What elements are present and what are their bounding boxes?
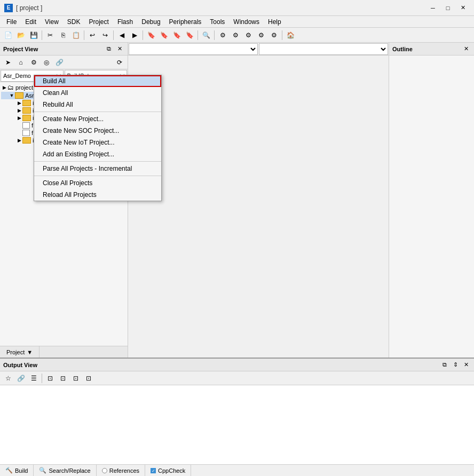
toolbar-btn4[interactable]: ⚙ — [255, 29, 267, 41]
output-close-button[interactable]: ✕ — [461, 360, 471, 370]
tab-search-replace[interactable]: 🔍 Search/Replace — [34, 465, 96, 476]
menu-tools[interactable]: Tools — [206, 17, 229, 27]
toolbar-forward[interactable]: ▶ — [129, 29, 140, 41]
folder-icon-sub1 — [22, 100, 31, 106]
panel-toolbar-settings[interactable]: ⚙ — [28, 57, 40, 68]
folder-icon-asr — [15, 92, 23, 99]
toolbar-sep2 — [84, 30, 84, 40]
menu-sdk[interactable]: SDK — [63, 17, 85, 27]
toolbar-redo[interactable]: ↪ — [99, 29, 111, 41]
menu-windows[interactable]: Windows — [229, 17, 264, 27]
project-icon: 🗂 — [7, 84, 14, 91]
tree-arrow-sub2: ▶ — [16, 107, 22, 114]
toolbar-btn2[interactable]: ⚙ — [230, 29, 241, 41]
context-menu-reload-all[interactable]: Reload All Projects — [34, 189, 161, 201]
output-btn4[interactable]: ⊡ — [83, 372, 94, 384]
tree-label-sub5: f — [31, 130, 33, 136]
toolbar-sep7 — [282, 30, 282, 40]
editor-select-right[interactable] — [259, 43, 388, 55]
context-menu-create-new[interactable]: Create New Project... — [34, 113, 161, 125]
context-menu-close-all[interactable]: Close All Projects — [34, 177, 161, 189]
minimize-button[interactable]: ─ — [426, 3, 440, 13]
project-tab-item[interactable]: Project ▼ — [0, 346, 40, 358]
editor-main-area — [128, 55, 389, 358]
toolbar-btn3[interactable]: ⚙ — [242, 29, 254, 41]
editor-select-left[interactable] — [129, 43, 258, 55]
output-btn1[interactable]: ⊡ — [44, 372, 56, 384]
toolbar-open[interactable]: 📂 — [15, 29, 27, 41]
menu-peripherals[interactable]: Peripherals — [165, 17, 206, 27]
output-btn3[interactable]: ⊡ — [70, 372, 82, 384]
output-header-icons: ⧉ ⇕ ✕ — [440, 360, 471, 370]
outline-title: Outline — [392, 46, 413, 52]
menu-help[interactable]: Help — [264, 17, 286, 27]
menu-edit[interactable]: Edit — [21, 17, 41, 27]
toolbar-save[interactable]: 💾 — [28, 29, 40, 41]
panel-toolbar: ➤ ⌂ ⚙ ◎ 🔗 ⟳ — [0, 55, 128, 69]
search-icon: 🔍 — [39, 467, 46, 474]
menu-project[interactable]: Project — [85, 17, 113, 27]
menu-flash[interactable]: Flash — [113, 17, 137, 27]
context-menu-create-soc[interactable]: Create New SOC Project... — [34, 125, 161, 137]
output-resize-button[interactable]: ⇕ — [451, 360, 460, 370]
context-menu-parse[interactable]: Parse All Projects - Incremental — [34, 163, 161, 174]
panel-toolbar-target[interactable]: ◎ — [41, 57, 52, 68]
output-expand-button[interactable]: ⧉ — [440, 360, 449, 370]
toolbar-undo[interactable]: ↩ — [86, 29, 98, 41]
toolbar-copy[interactable]: ⎘ — [57, 29, 69, 41]
toolbar-bookmark[interactable]: 🔖 — [145, 29, 157, 41]
context-menu-clean-all[interactable]: Clean All — [34, 87, 161, 99]
outline-header: Outline ✕ — [389, 43, 474, 55]
tree-label-sub4: f — [31, 122, 33, 129]
panel-toolbar-arrow[interactable]: ➤ — [2, 57, 14, 68]
context-menu-add-existing[interactable]: Add an Existing Project... — [34, 148, 161, 160]
toolbar-home[interactable]: 🏠 — [285, 29, 296, 41]
tree-arrow-project: ▶ — [1, 84, 7, 91]
toolbar-btn1[interactable]: ⚙ — [217, 29, 228, 41]
menu-debug[interactable]: Debug — [137, 17, 164, 27]
panel-toolbar-refresh[interactable]: ⟳ — [114, 57, 125, 68]
panel-toolbar-link[interactable]: 🔗 — [53, 57, 65, 68]
output-link-btn[interactable]: 🔗 — [15, 372, 27, 384]
toolbar-cut[interactable]: ✂ — [44, 29, 56, 41]
output-btn2[interactable]: ⊡ — [57, 372, 69, 384]
toolbar-back[interactable]: ◀ — [116, 29, 128, 41]
close-button[interactable]: ✕ — [456, 3, 470, 13]
output-settings-btn[interactable]: ☰ — [28, 372, 40, 384]
toolbar-sep6 — [214, 30, 215, 40]
project-tab-label: Project — [6, 349, 25, 355]
menu-view[interactable]: View — [41, 17, 63, 27]
tab-references[interactable]: References — [97, 465, 145, 476]
context-menu-sep2 — [34, 161, 161, 162]
menu-bar: File Edit View SDK Project Flash Debug P… — [0, 16, 474, 28]
outline-close-button[interactable]: ✕ — [461, 44, 471, 54]
bottom-tabs-bar: 🔨 Build 🔍 Search/Replace References ✓ Cp… — [0, 464, 474, 476]
panel-toolbar-home[interactable]: ⌂ — [15, 57, 27, 68]
context-menu-sep1 — [34, 112, 161, 112]
toolbar-bookmark3[interactable]: 🔖 — [171, 29, 183, 41]
toolbar: 📄 📂 💾 ✂ ⎘ 📋 ↩ ↪ ◀ ▶ 🔖 🔖 🔖 🔖 🔍 ⚙ ⚙ ⚙ ⚙ ⚙ … — [0, 28, 474, 43]
toolbar-search[interactable]: 🔍 — [200, 29, 212, 41]
checkbox-icon: ✓ — [151, 468, 156, 473]
output-content — [0, 385, 474, 467]
tree-arrow-sub3: ▶ — [16, 115, 22, 121]
panel-float-button[interactable]: ⧉ — [104, 44, 114, 54]
output-sep1 — [42, 374, 42, 383]
folder-icon-sub2 — [22, 107, 31, 114]
tab-cppcheck[interactable]: ✓ CppCheck — [145, 465, 191, 476]
panel-close-button[interactable]: ✕ — [115, 44, 124, 54]
toolbar-bookmark2[interactable]: 🔖 — [158, 29, 170, 41]
output-star-btn[interactable]: ☆ — [2, 372, 14, 384]
title-bar-left: E [ project ] — [4, 4, 42, 12]
maximize-button[interactable]: □ — [441, 3, 455, 13]
toolbar-paste[interactable]: 📋 — [70, 29, 82, 41]
context-menu-create-iot[interactable]: Create New IoT Project... — [34, 137, 161, 148]
context-menu-build-all[interactable]: Build All — [34, 75, 161, 87]
toolbar-bookmark4[interactable]: 🔖 — [184, 29, 195, 41]
toolbar-new[interactable]: 📄 — [2, 29, 14, 41]
toolbar-btn5[interactable]: ⚙ — [268, 29, 280, 41]
context-menu-rebuild-all[interactable]: Rebuild All — [34, 99, 161, 110]
menu-file[interactable]: File — [2, 17, 21, 27]
tree-arrow-sub4 — [16, 122, 22, 129]
tab-build[interactable]: 🔨 Build — [0, 465, 34, 476]
